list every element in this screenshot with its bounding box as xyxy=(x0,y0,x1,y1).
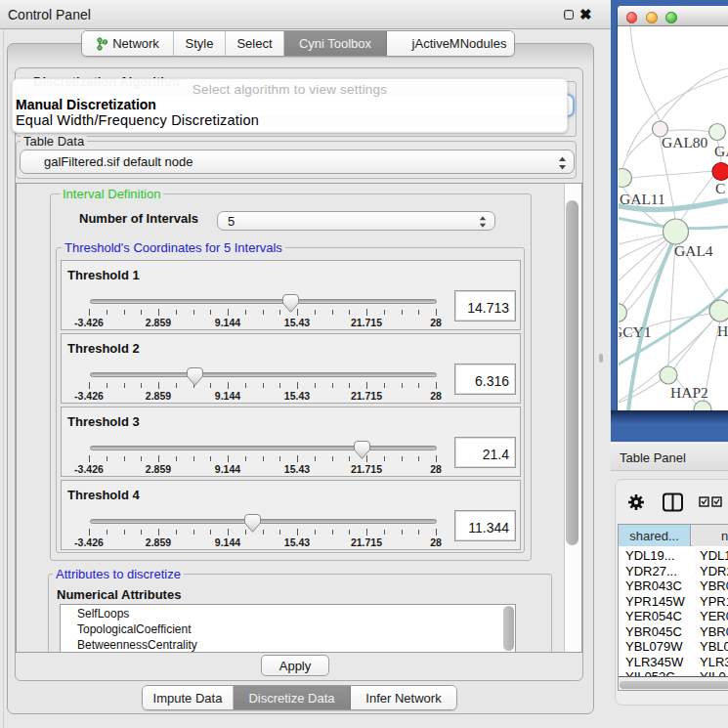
svg-text:H: H xyxy=(717,322,728,339)
svg-text:GCY1: GCY1 xyxy=(619,323,651,340)
svg-text:HAP2: HAP2 xyxy=(670,384,708,401)
svg-text:GAL80: GAL80 xyxy=(662,134,708,150)
svg-text:C: C xyxy=(715,180,725,196)
svg-text:GAL11: GAL11 xyxy=(620,191,665,207)
svg-text:GAL4: GAL4 xyxy=(674,242,713,259)
svg-text:GA: GA xyxy=(714,143,728,159)
